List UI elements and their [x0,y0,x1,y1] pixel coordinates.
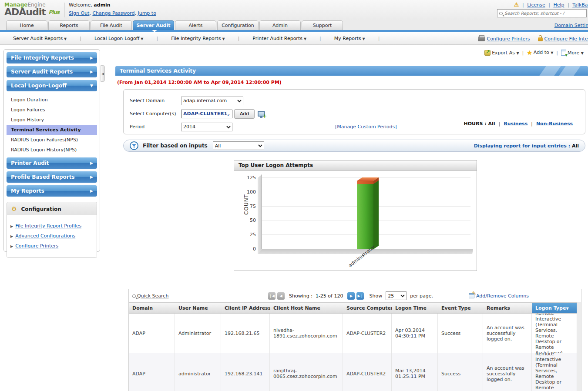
next-page-button[interactable]: ▶ [347,292,355,300]
page-size-select[interactable]: 25 [386,291,407,300]
computers-input[interactable] [181,110,232,118]
tab-reports[interactable]: Reports [48,20,90,30]
y-tick: 50 [239,217,256,223]
add-button[interactable]: Add [234,109,255,119]
hours-business-link[interactable]: Business [504,121,528,127]
sidebar-item-logon-failures[interactable]: Logon Failures [7,105,97,115]
more-button[interactable]: More ▼ [561,50,584,56]
tab-admin[interactable]: Admin [259,20,301,30]
sidebar-section-file-integrity-reports[interactable]: File Integrity Reports▶ [7,52,97,63]
subnav-server-audit-reports[interactable]: Server Audit Reports▼ [0,36,80,41]
select-domain-label: Select Domain [130,98,181,104]
adaudit-plus-page: ManageEngine ADAudit Plus Welcome, admin… [0,0,588,391]
chart-bar-side [373,177,379,249]
period-label: Period [130,124,181,130]
sign-out-link[interactable]: Sign Out [69,10,89,16]
cell-user-name: Administrator [175,314,221,353]
config-link-file-integrity-report-profiles[interactable]: ▶File Integrity Report Profiles [10,223,93,229]
domain-settings-link[interactable]: Domain Settings [554,23,588,28]
cell-event-type: Success [438,314,483,353]
tab-file-audit[interactable]: File Audit [91,20,132,30]
filter-label: Filter based on inputs [143,143,208,149]
filter-select[interactable]: All [213,141,264,150]
column-header-client-host[interactable]: Client Host Name [270,303,343,313]
prev-page-button[interactable]: ◀ [277,292,285,300]
filter-bar: Filter based on inputs All Displaying re… [123,140,585,152]
sidebar-item-terminal-services-activity[interactable]: Terminal Services Activity [7,125,97,135]
lock-icon [538,37,543,41]
search-input[interactable] [504,11,585,16]
last-page-button[interactable]: ▶❘ [356,292,364,300]
sidebar-section-printer-audit-reports[interactable]: Printer Audit Reportsnew▶ [7,157,97,169]
report-toolbar: Export As ▼ | ★Add to ▼ | More ▼ [484,49,584,56]
add-computer-icon[interactable] [258,111,265,117]
configuration-header: ⚙Configuration [7,202,97,215]
first-page-button[interactable]: ❘◀ [268,292,276,300]
sidebar-item-radius-logon-failures[interactable]: RADIUS Logon Failures(NPS) [7,135,97,145]
sidebar-item-logon-duration[interactable]: Logon Duration [7,95,97,105]
change-password-link[interactable]: Change Password [92,10,134,16]
chevron-down-icon: ▼ [141,37,143,41]
sidebar-item-radius-logon-history[interactable]: RADIUS Logon History(NPS) [7,145,97,155]
document-icon [561,50,566,56]
configure-printers-link[interactable]: Configure Printers [478,36,530,42]
tab-support[interactable]: Support [302,20,343,30]
period-select[interactable]: 2014 [181,123,232,131]
domain-select[interactable]: adap.internal.com [181,97,243,105]
pagination-bar: Quick Search ❘◀ ◀ Showing : 1-25 of 120 … [129,289,581,302]
chevron-down-icon: ▼ [90,80,93,91]
table-header-row: Domain User Name Client IP Address Clien… [129,302,581,314]
top-header: ManageEngine ADAudit Plus Welcome, admin… [0,0,588,20]
table-scrollbar[interactable] [577,302,581,391]
config-link-advanced-configurations[interactable]: ▶Advanced Configurations [10,233,93,239]
column-header-logon-time[interactable]: Logon Time [392,303,438,313]
sidebar-section-local-logon-logoff[interactable]: Local Logon-Logoff▼ [7,80,97,91]
column-header-user-name[interactable]: User Name [175,303,221,313]
column-header-client-ip[interactable]: Client IP Address [221,303,270,313]
column-header-logon-type[interactable]: Logon Type▼ [532,303,578,313]
tab-server-audit[interactable]: Server Audit [133,20,174,30]
cell-remarks: An account was successfully logged on. [483,314,532,353]
column-header-source-computer[interactable]: Source Computer [343,303,392,313]
sidebar-section-server-audit-reports[interactable]: Server Audit Reports▶ [7,66,97,77]
report-subnav: Server Audit Reports▼ | Local Logon-Logo… [0,33,588,45]
help-link[interactable]: Help [553,2,564,8]
subnav-file-integrity-reports[interactable]: File Integrity Reports▼ [158,36,238,41]
tab-configuration[interactable]: Configuration [217,20,259,30]
jump-to-link[interactable]: Jump to [138,10,156,16]
export-icon [484,50,491,56]
sidebar-collapse-handle[interactable]: ◀ [101,65,105,82]
quick-search-link[interactable]: Quick Search [132,293,168,299]
config-link-configure-printers[interactable]: ▶Configure Printers [10,243,93,249]
export-as-button[interactable]: Export As ▼ [484,50,519,56]
chart-title: Top User Logon Attempts [234,160,477,171]
column-header-event-type[interactable]: Event Type [438,303,483,313]
tab-alerts[interactable]: Alerts [175,20,216,30]
add-to-button[interactable]: ★Add to ▼ [527,49,553,56]
cell-remarks: An account was successfully logged on. [483,353,532,391]
talkback-link[interactable]: TalkBack [572,2,588,8]
cell-source-computer: ADAP-CLUSTER2 [343,314,392,353]
sidebar-section-profile-based-reports[interactable]: Profile Based Reports▶ [7,171,97,183]
add-remove-columns-button[interactable]: Add/Remove Columns [469,293,529,299]
table-edit-icon [469,293,474,298]
app-logo[interactable]: ManageEngine ADAudit Plus [4,2,63,17]
active-tab-strip [0,30,588,32]
manage-custom-periods-link[interactable]: [Manage Custom Periods] [335,124,396,130]
display-entries-status: Displaying report for input entries : Al… [474,143,579,149]
chevron-right-icon: ▶ [90,66,93,77]
sidebar-section-my-reports[interactable]: My Reports▶ [7,185,97,197]
chevron-down-icon: ▼ [64,37,67,41]
license-link[interactable]: License [527,2,545,8]
warning-icon[interactable]: ⚠ [514,1,519,8]
sidebar-item-logon-history[interactable]: Logon History [7,115,97,125]
configure-file-integrity-link[interactable]: Configure File Integrity [538,36,588,42]
subnav-local-logon-logoff[interactable]: Local Logon-Logoff▼ [81,36,156,41]
cell-user-name: administrator [175,353,221,391]
hours-non-business-link[interactable]: Non-Business [536,121,573,127]
column-header-domain[interactable]: Domain [129,303,175,313]
column-header-remarks[interactable]: Remarks [483,303,532,313]
subnav-printer-audit-reports[interactable]: Printer Audit Reports▼ [239,36,319,41]
subnav-my-reports[interactable]: My Reports▼ [321,36,378,41]
tab-home[interactable]: Home [6,20,47,30]
